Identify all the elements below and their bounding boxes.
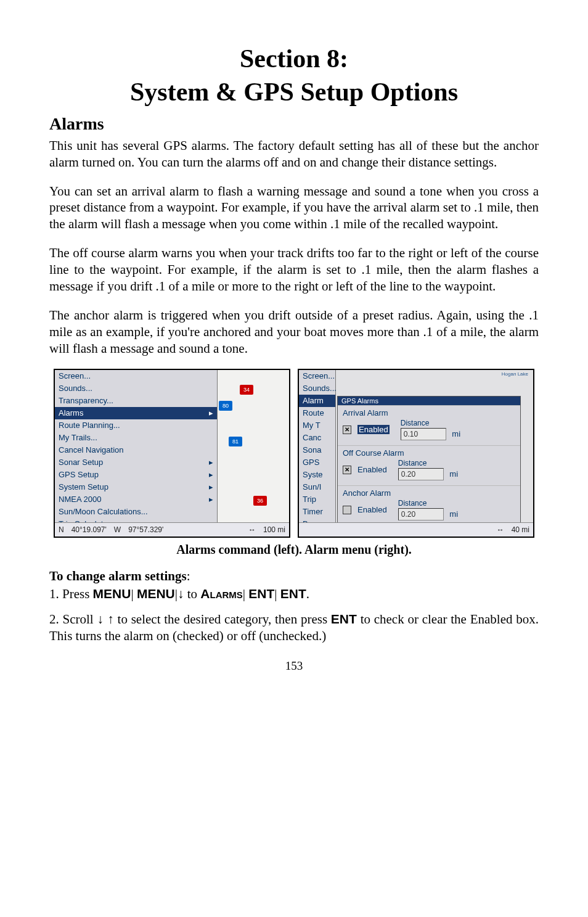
menu-item-truncated[interactable]: Trip	[299, 493, 335, 506]
ent-key-1: ENT	[248, 586, 274, 601]
gps-alarms-dialog: GPS Alarms Arrival Alarm Enabled Distanc…	[337, 396, 521, 526]
section-title-line1: Section 8:	[49, 43, 539, 74]
offcourse-alarm-group: Off Course Alarm Enabled Distance 0.20 m…	[338, 445, 520, 485]
step1-prefix: 1. Press	[49, 586, 93, 601]
anchor-alarm-label: Anchor Alarm	[343, 488, 515, 498]
highway-shield-icon: 34	[240, 385, 253, 395]
menu-key-1: MENU	[93, 586, 131, 601]
alarms-key: Alarms	[200, 586, 243, 601]
menu-item[interactable]: Sounds...	[55, 382, 217, 395]
menu-item[interactable]: My Trails...	[55, 432, 217, 444]
step2-prefix: 2. Scroll	[49, 612, 97, 627]
menu-item-truncated[interactable]: Route	[299, 407, 335, 419]
offcourse-distance-label: Distance	[398, 459, 458, 467]
offcourse-enabled-checkbox[interactable]	[343, 466, 351, 474]
menu-item[interactable]: Sonar Setup ▸	[55, 456, 217, 469]
menu-item-truncated[interactable]: Alarm	[299, 395, 335, 407]
menu-item-truncated[interactable]: Canc	[299, 432, 335, 444]
map-area-left: 34 80 81 36	[218, 370, 289, 523]
menu-item[interactable]: NMEA 2000 ▸	[55, 493, 217, 506]
menu-item[interactable]: Alarms ▸	[55, 407, 217, 419]
status-bar-left: N 40°19.097' W 97°57.329' ↔ 100 mi	[55, 522, 289, 537]
lat-value: 40°19.097'	[71, 525, 107, 534]
ent-key-2: ENT	[280, 586, 306, 601]
anchor-enabled-label[interactable]: Enabled	[357, 505, 387, 514]
menu-item-truncated[interactable]: Screen...	[299, 370, 335, 382]
change-settings-header-text: To change alarm settings	[49, 569, 187, 583]
lake-label: Hogan Lake	[502, 371, 528, 377]
menu-item[interactable]: Sun/Moon Calculations...	[55, 506, 217, 518]
menu-item-truncated[interactable]: Sounds...	[299, 382, 335, 395]
menu-item[interactable]: Transparency...	[55, 395, 217, 407]
menu-list-right-truncated: Screen...Sounds...AlarmRouteMy TCancSona…	[299, 370, 336, 523]
para-4: The anchor alarm is triggered when you d…	[49, 307, 539, 357]
step1-to: to	[187, 586, 201, 601]
step-2: 2. Scroll ↓ ↑ to select the desired cate…	[49, 611, 539, 644]
anchor-distance-col: Distance 0.20 mi	[398, 499, 458, 520]
menu-item-truncated[interactable]: Syste	[299, 469, 335, 481]
page-number: 153	[49, 659, 539, 673]
section-title-line2: System & GPS Setup Options	[49, 76, 539, 107]
arrival-alarm-group: Arrival Alarm Enabled Distance 0.10 mi	[338, 405, 520, 445]
offcourse-alarm-label: Off Course Alarm	[343, 448, 515, 458]
offcourse-distance-col: Distance 0.20 mi	[398, 459, 458, 480]
menu-item[interactable]: GPS Setup ▸	[55, 469, 217, 481]
arrival-alarm-label: Arrival Alarm	[343, 408, 515, 417]
scale-value-right: 40 mi	[512, 525, 529, 534]
anchor-distance-label: Distance	[398, 499, 458, 508]
lat-dir: N	[59, 525, 64, 534]
arrival-enabled-label[interactable]: Enabled	[357, 425, 390, 434]
lon-value: 97°57.329'	[128, 525, 163, 534]
menu-item[interactable]: Route Planning...	[55, 419, 217, 432]
ent-key-3: ENT	[331, 612, 357, 626]
step2-mid: to select the desired category, then pre…	[118, 612, 331, 627]
offcourse-distance-unit: mi	[449, 469, 458, 479]
page: Section 8: System & GPS Setup Options Al…	[0, 0, 588, 917]
highway-shield-icon-2: 36	[253, 496, 267, 506]
menu-item[interactable]: Cancel Navigation	[55, 444, 217, 456]
arrival-distance-unit: mi	[452, 429, 460, 438]
dialog-title: GPS Alarms	[338, 397, 520, 405]
step-1: 1. Press MENU| MENU|↓ to Alarms| ENT| EN…	[49, 586, 539, 602]
offcourse-enabled-label[interactable]: Enabled	[357, 465, 387, 474]
offcourse-distance-input[interactable]: 0.20	[398, 468, 444, 480]
interstate-shield-icon-2: 81	[229, 437, 242, 446]
screenshot-right: Hogan Lake Screen...Sounds...AlarmRouteM…	[298, 369, 534, 538]
arrival-distance-label: Distance	[401, 419, 460, 427]
arrival-distance-input[interactable]: 0.10	[401, 428, 446, 440]
interstate-shield-icon: 80	[219, 401, 232, 411]
lon-dir: W	[114, 525, 121, 534]
anchor-alarm-group: Anchor Alarm Enabled Distance 0.20 mi	[338, 485, 520, 525]
arrival-distance-col: Distance 0.10 mi	[401, 419, 460, 440]
menu-item-truncated[interactable]: Sun/I	[299, 481, 335, 493]
anchor-distance-input[interactable]: 0.20	[398, 508, 444, 520]
menu-item-truncated[interactable]: Timer	[299, 506, 335, 518]
change-settings-header: To change alarm settings:	[49, 568, 539, 585]
para-1: This unit has several GPS alarms. The fa…	[49, 138, 539, 171]
menu-item-truncated[interactable]: GPS	[299, 456, 335, 469]
menu-item[interactable]: System Setup ▸	[55, 481, 217, 493]
screenshot-left: Screen...Sounds...Transparency...Alarms …	[54, 369, 290, 538]
anchor-distance-unit: mi	[449, 509, 458, 519]
para-2: You can set an arrival alarm to flash a …	[49, 183, 539, 233]
figure-caption: Alarms command (left). Alarm menu (right…	[49, 543, 539, 557]
alarms-heading: Alarms	[49, 114, 539, 134]
menu-list-left: Screen...Sounds...Transparency...Alarms …	[55, 370, 218, 523]
para-3: The off course alarm warns you when your…	[49, 245, 539, 295]
menu-item-truncated[interactable]: Sona	[299, 444, 335, 456]
menu-key-2: MENU	[137, 586, 175, 601]
anchor-enabled-checkbox[interactable]	[343, 506, 351, 514]
scale-value: 100 mi	[263, 525, 285, 534]
status-bar-right: ↔ 40 mi	[299, 522, 533, 537]
arrival-enabled-checkbox[interactable]	[343, 426, 351, 434]
figure-row: Screen...Sounds...Transparency...Alarms …	[49, 369, 539, 538]
menu-item[interactable]: Screen...	[55, 370, 217, 382]
menu-item-truncated[interactable]: My T	[299, 419, 335, 432]
